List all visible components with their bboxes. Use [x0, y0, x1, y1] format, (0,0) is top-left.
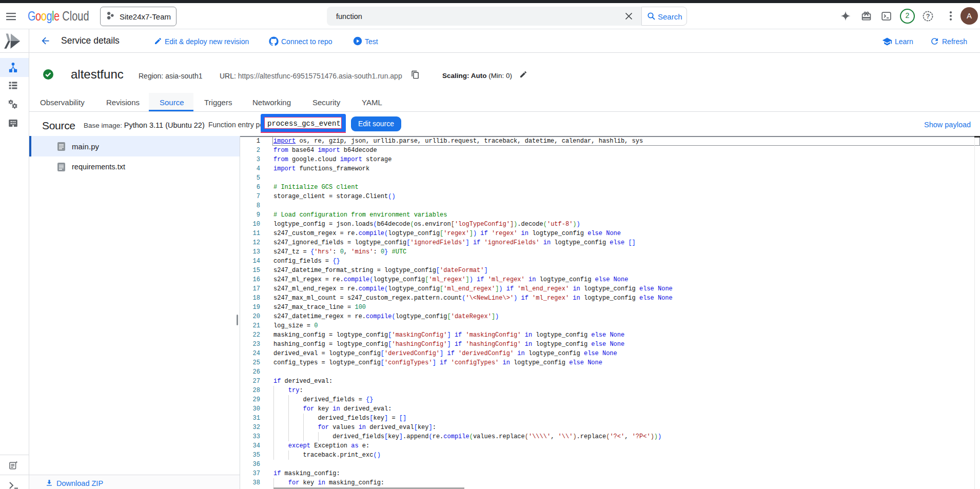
svg-text:?: ?: [926, 13, 930, 20]
